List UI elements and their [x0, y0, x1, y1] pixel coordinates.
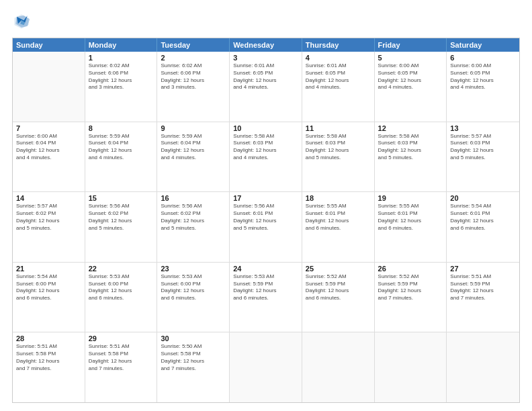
day-number: 19	[378, 194, 443, 202]
day-info: Sunrise: 5:56 AM Sunset: 6:01 PM Dayligh…	[233, 203, 298, 232]
header-day-thursday: Thursday	[302, 38, 375, 52]
day-info: Sunrise: 6:00 AM Sunset: 6:04 PM Dayligh…	[16, 133, 81, 162]
day-info: Sunrise: 5:56 AM Sunset: 6:02 PM Dayligh…	[89, 203, 154, 232]
day-number: 12	[378, 124, 443, 132]
cal-cell-2-0: 14Sunrise: 5:57 AM Sunset: 6:02 PM Dayli…	[13, 192, 85, 262]
cal-cell-4-4	[302, 332, 375, 402]
day-number: 2	[161, 54, 226, 62]
day-info: Sunrise: 5:52 AM Sunset: 5:59 PM Dayligh…	[306, 273, 371, 302]
day-number: 3	[233, 54, 298, 62]
cal-cell-0-1: 1Sunrise: 6:02 AM Sunset: 6:06 PM Daylig…	[85, 52, 158, 122]
cal-cell-2-3: 17Sunrise: 5:56 AM Sunset: 6:01 PM Dayli…	[230, 192, 302, 262]
cal-cell-3-5: 26Sunrise: 5:52 AM Sunset: 5:59 PM Dayli…	[375, 263, 447, 332]
logo-icon	[12, 12, 31, 31]
cal-cell-2-6: 20Sunrise: 5:54 AM Sunset: 6:01 PM Dayli…	[447, 192, 519, 262]
day-info: Sunrise: 5:51 AM Sunset: 5:58 PM Dayligh…	[89, 343, 154, 372]
day-info: Sunrise: 6:01 AM Sunset: 6:05 PM Dayligh…	[306, 62, 371, 91]
day-number: 26	[378, 265, 443, 273]
cal-cell-4-1: 29Sunrise: 5:51 AM Sunset: 5:58 PM Dayli…	[85, 332, 158, 402]
day-info: Sunrise: 6:02 AM Sunset: 6:06 PM Dayligh…	[89, 62, 154, 91]
cal-cell-1-6: 13Sunrise: 5:57 AM Sunset: 6:03 PM Dayli…	[447, 122, 519, 192]
day-info: Sunrise: 5:56 AM Sunset: 6:02 PM Dayligh…	[161, 203, 226, 232]
cal-cell-2-4: 18Sunrise: 5:55 AM Sunset: 6:01 PM Dayli…	[302, 192, 375, 262]
cal-cell-3-0: 21Sunrise: 5:54 AM Sunset: 6:00 PM Dayli…	[13, 263, 85, 332]
cal-cell-0-4: 4Sunrise: 6:01 AM Sunset: 6:05 PM Daylig…	[302, 52, 375, 122]
cal-row-2: 14Sunrise: 5:57 AM Sunset: 6:02 PM Dayli…	[13, 192, 519, 263]
day-info: Sunrise: 5:58 AM Sunset: 6:03 PM Dayligh…	[233, 133, 298, 162]
cal-cell-2-2: 16Sunrise: 5:56 AM Sunset: 6:02 PM Dayli…	[157, 192, 230, 262]
day-info: Sunrise: 5:54 AM Sunset: 6:00 PM Dayligh…	[16, 273, 81, 302]
calendar-body: 1Sunrise: 6:02 AM Sunset: 6:06 PM Daylig…	[13, 52, 519, 402]
day-info: Sunrise: 5:50 AM Sunset: 5:58 PM Dayligh…	[161, 343, 226, 372]
cal-cell-1-0: 7Sunrise: 6:00 AM Sunset: 6:04 PM Daylig…	[13, 122, 85, 192]
day-info: Sunrise: 5:51 AM Sunset: 5:58 PM Dayligh…	[16, 343, 81, 372]
calendar-header: SundayMondayTuesdayWednesdayThursdayFrid…	[13, 38, 519, 52]
day-number: 4	[306, 54, 371, 62]
day-info: Sunrise: 6:00 AM Sunset: 6:05 PM Dayligh…	[450, 62, 516, 91]
cal-row-1: 7Sunrise: 6:00 AM Sunset: 6:04 PM Daylig…	[13, 122, 519, 193]
day-info: Sunrise: 5:53 AM Sunset: 6:00 PM Dayligh…	[161, 273, 226, 302]
header-day-wednesday: Wednesday	[230, 38, 302, 52]
cal-cell-3-1: 22Sunrise: 5:53 AM Sunset: 6:00 PM Dayli…	[85, 263, 158, 332]
day-number: 16	[161, 194, 226, 202]
cal-cell-4-5	[375, 332, 447, 402]
day-info: Sunrise: 5:59 AM Sunset: 6:04 PM Dayligh…	[161, 133, 226, 162]
day-number: 9	[161, 124, 226, 132]
day-info: Sunrise: 5:55 AM Sunset: 6:01 PM Dayligh…	[306, 203, 371, 232]
day-info: Sunrise: 5:57 AM Sunset: 6:02 PM Dayligh…	[16, 203, 81, 232]
cal-cell-1-5: 12Sunrise: 5:58 AM Sunset: 6:03 PM Dayli…	[375, 122, 447, 192]
header	[12, 12, 520, 31]
day-info: Sunrise: 6:00 AM Sunset: 6:05 PM Dayligh…	[378, 62, 443, 91]
day-info: Sunrise: 6:02 AM Sunset: 6:06 PM Dayligh…	[161, 62, 226, 91]
cal-cell-4-2: 30Sunrise: 5:50 AM Sunset: 5:58 PM Dayli…	[157, 332, 230, 402]
logo	[12, 12, 34, 31]
cal-cell-2-5: 19Sunrise: 5:55 AM Sunset: 6:01 PM Dayli…	[375, 192, 447, 262]
day-number: 7	[16, 124, 81, 132]
cal-cell-0-3: 3Sunrise: 6:01 AM Sunset: 6:05 PM Daylig…	[230, 52, 302, 122]
day-info: Sunrise: 5:58 AM Sunset: 6:03 PM Dayligh…	[306, 133, 371, 162]
cal-cell-0-0	[13, 52, 85, 122]
day-info: Sunrise: 5:54 AM Sunset: 6:01 PM Dayligh…	[450, 203, 516, 232]
day-number: 14	[16, 194, 81, 202]
day-number: 28	[16, 334, 81, 342]
day-number: 17	[233, 194, 298, 202]
day-info: Sunrise: 6:01 AM Sunset: 6:05 PM Dayligh…	[233, 62, 298, 91]
cal-cell-3-4: 25Sunrise: 5:52 AM Sunset: 5:59 PM Dayli…	[302, 263, 375, 332]
day-number: 13	[450, 124, 516, 132]
day-number: 11	[306, 124, 371, 132]
cal-row-3: 21Sunrise: 5:54 AM Sunset: 6:00 PM Dayli…	[13, 263, 519, 333]
cal-cell-3-6: 27Sunrise: 5:51 AM Sunset: 5:59 PM Dayli…	[447, 263, 519, 332]
day-number: 25	[306, 265, 371, 273]
cal-cell-0-2: 2Sunrise: 6:02 AM Sunset: 6:06 PM Daylig…	[157, 52, 230, 122]
day-info: Sunrise: 5:51 AM Sunset: 5:59 PM Dayligh…	[450, 273, 516, 302]
day-number: 15	[89, 194, 154, 202]
day-info: Sunrise: 5:58 AM Sunset: 6:03 PM Dayligh…	[378, 133, 443, 162]
cal-cell-4-3	[230, 332, 302, 402]
day-number: 6	[450, 54, 516, 62]
day-number: 27	[450, 265, 516, 273]
day-info: Sunrise: 5:52 AM Sunset: 5:59 PM Dayligh…	[378, 273, 443, 302]
day-number: 29	[89, 334, 154, 342]
day-number: 18	[306, 194, 371, 202]
cal-cell-2-1: 15Sunrise: 5:56 AM Sunset: 6:02 PM Dayli…	[85, 192, 158, 262]
day-number: 24	[233, 265, 298, 273]
header-day-saturday: Saturday	[447, 38, 519, 52]
day-number: 30	[161, 334, 226, 342]
day-number: 5	[378, 54, 443, 62]
cal-cell-1-4: 11Sunrise: 5:58 AM Sunset: 6:03 PM Dayli…	[302, 122, 375, 192]
day-number: 21	[16, 265, 81, 273]
header-day-sunday: Sunday	[13, 38, 85, 52]
day-info: Sunrise: 5:53 AM Sunset: 6:00 PM Dayligh…	[89, 273, 154, 302]
header-day-friday: Friday	[375, 38, 447, 52]
day-number: 20	[450, 194, 516, 202]
cal-cell-3-3: 24Sunrise: 5:53 AM Sunset: 5:59 PM Dayli…	[230, 263, 302, 332]
day-number: 8	[89, 124, 154, 132]
cal-row-4: 28Sunrise: 5:51 AM Sunset: 5:58 PM Dayli…	[13, 332, 519, 402]
day-number: 10	[233, 124, 298, 132]
cal-cell-0-5: 5Sunrise: 6:00 AM Sunset: 6:05 PM Daylig…	[375, 52, 447, 122]
day-info: Sunrise: 5:57 AM Sunset: 6:03 PM Dayligh…	[450, 133, 516, 162]
header-day-tuesday: Tuesday	[157, 38, 230, 52]
cal-cell-4-0: 28Sunrise: 5:51 AM Sunset: 5:58 PM Dayli…	[13, 332, 85, 402]
cal-cell-1-3: 10Sunrise: 5:58 AM Sunset: 6:03 PM Dayli…	[230, 122, 302, 192]
cal-cell-0-6: 6Sunrise: 6:00 AM Sunset: 6:05 PM Daylig…	[447, 52, 519, 122]
